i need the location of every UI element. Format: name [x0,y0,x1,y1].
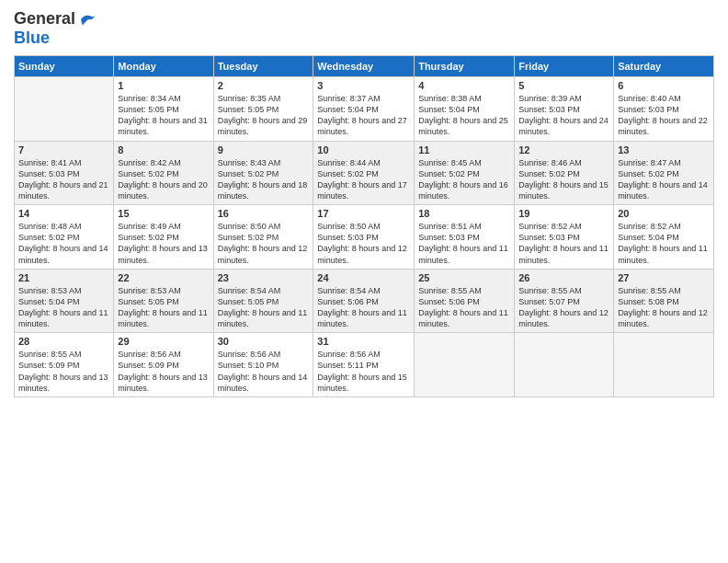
day-number: 29 [118,336,209,347]
day-number: 9 [218,144,310,155]
day-info: Sunrise: 8:43 AMSunset: 5:02 PMDaylight:… [218,157,310,202]
calendar-day-cell: 31Sunrise: 8:56 AMSunset: 5:11 PMDayligh… [313,333,415,397]
logo: General Blue [14,9,97,48]
day-info: Sunrise: 8:45 AMSunset: 5:02 PMDaylight:… [418,157,510,202]
calendar-day-cell: 5Sunrise: 8:39 AMSunset: 5:03 PMDaylight… [515,77,614,142]
calendar-container: General Blue SundayMondayTuesdayWednesda… [0,0,728,563]
day-info: Sunrise: 8:40 AMSunset: 5:03 PMDaylight:… [618,93,710,138]
calendar-day-cell: 10Sunrise: 8:44 AMSunset: 5:02 PMDayligh… [313,141,415,205]
calendar-day-cell: 1Sunrise: 8:34 AMSunset: 5:05 PMDaylight… [114,77,213,142]
day-info: Sunrise: 8:39 AMSunset: 5:03 PMDaylight:… [518,93,609,138]
day-info: Sunrise: 8:47 AMSunset: 5:02 PMDaylight:… [618,157,710,202]
day-info: Sunrise: 8:46 AMSunset: 5:02 PMDaylight:… [518,157,609,202]
weekday-header-tuesday: Tuesday [213,56,313,77]
day-info: Sunrise: 8:53 AMSunset: 5:04 PMDaylight:… [18,285,109,330]
day-number: 27 [618,272,710,283]
day-number: 5 [518,80,609,91]
header: General Blue [14,9,714,48]
calendar-day-cell: 29Sunrise: 8:56 AMSunset: 5:09 PMDayligh… [114,333,213,397]
day-number: 25 [418,272,510,283]
day-info: Sunrise: 8:56 AMSunset: 5:10 PMDaylight:… [218,349,310,394]
day-number: 30 [218,336,310,347]
calendar-day-cell: 21Sunrise: 8:53 AMSunset: 5:04 PMDayligh… [15,269,114,333]
calendar-day-cell [15,77,114,142]
day-info: Sunrise: 8:35 AMSunset: 5:05 PMDaylight:… [218,93,310,138]
day-info: Sunrise: 8:56 AMSunset: 5:09 PMDaylight:… [118,349,209,394]
day-number: 11 [418,144,510,155]
day-number: 6 [618,80,710,91]
calendar-day-cell: 12Sunrise: 8:46 AMSunset: 5:02 PMDayligh… [515,141,614,205]
day-number: 22 [118,272,209,283]
day-number: 13 [618,144,710,155]
day-number: 14 [18,208,109,219]
day-info: Sunrise: 8:55 AMSunset: 5:06 PMDaylight:… [418,285,510,330]
day-info: Sunrise: 8:52 AMSunset: 5:03 PMDaylight:… [518,221,609,266]
calendar-header-row: SundayMondayTuesdayWednesdayThursdayFrid… [15,56,714,77]
day-number: 15 [118,208,209,219]
calendar-day-cell: 19Sunrise: 8:52 AMSunset: 5:03 PMDayligh… [515,205,614,270]
calendar-day-cell: 6Sunrise: 8:40 AMSunset: 5:03 PMDaylight… [614,77,714,142]
calendar-day-cell: 4Sunrise: 8:38 AMSunset: 5:04 PMDaylight… [415,77,515,142]
day-number: 21 [18,272,109,283]
day-info: Sunrise: 8:54 AMSunset: 5:06 PMDaylight:… [317,285,410,330]
calendar-day-cell: 8Sunrise: 8:42 AMSunset: 5:02 PMDaylight… [114,141,213,205]
calendar-week-row: 1Sunrise: 8:34 AMSunset: 5:05 PMDaylight… [15,77,714,142]
day-info: Sunrise: 8:49 AMSunset: 5:02 PMDaylight:… [118,221,209,266]
calendar-day-cell: 15Sunrise: 8:49 AMSunset: 5:02 PMDayligh… [114,205,213,270]
calendar-day-cell: 26Sunrise: 8:55 AMSunset: 5:07 PMDayligh… [515,269,614,333]
day-number: 23 [218,272,310,283]
day-info: Sunrise: 8:55 AMSunset: 5:09 PMDaylight:… [18,349,109,394]
weekday-header-monday: Monday [114,56,213,77]
calendar-day-cell [515,333,614,397]
calendar-day-cell: 28Sunrise: 8:55 AMSunset: 5:09 PMDayligh… [15,333,114,397]
calendar-week-row: 7Sunrise: 8:41 AMSunset: 5:03 PMDaylight… [15,141,714,205]
calendar-day-cell [415,333,515,397]
calendar-day-cell: 30Sunrise: 8:56 AMSunset: 5:10 PMDayligh… [213,333,313,397]
calendar-week-row: 14Sunrise: 8:48 AMSunset: 5:02 PMDayligh… [15,205,714,270]
weekday-header-friday: Friday [515,56,614,77]
day-info: Sunrise: 8:41 AMSunset: 5:03 PMDaylight:… [18,157,109,202]
day-number: 1 [118,80,209,91]
logo-general: General [14,9,75,29]
day-number: 8 [118,144,209,155]
day-number: 31 [317,336,410,347]
day-number: 4 [418,80,510,91]
day-info: Sunrise: 8:54 AMSunset: 5:05 PMDaylight:… [218,285,310,330]
calendar-day-cell: 7Sunrise: 8:41 AMSunset: 5:03 PMDaylight… [15,141,114,205]
calendar-week-row: 21Sunrise: 8:53 AMSunset: 5:04 PMDayligh… [15,269,714,333]
day-number: 17 [317,208,410,219]
calendar-day-cell: 3Sunrise: 8:37 AMSunset: 5:04 PMDaylight… [313,77,415,142]
day-number: 16 [218,208,310,219]
day-info: Sunrise: 8:56 AMSunset: 5:11 PMDaylight:… [317,349,410,394]
calendar-day-cell: 16Sunrise: 8:50 AMSunset: 5:02 PMDayligh… [213,205,313,270]
day-info: Sunrise: 8:55 AMSunset: 5:08 PMDaylight:… [618,285,710,330]
calendar-day-cell: 17Sunrise: 8:50 AMSunset: 5:03 PMDayligh… [313,205,415,270]
weekday-header-sunday: Sunday [15,56,114,77]
day-number: 2 [218,80,310,91]
calendar-day-cell: 25Sunrise: 8:55 AMSunset: 5:06 PMDayligh… [415,269,515,333]
day-number: 28 [18,336,109,347]
day-info: Sunrise: 8:50 AMSunset: 5:03 PMDaylight:… [317,221,410,266]
calendar-day-cell: 9Sunrise: 8:43 AMSunset: 5:02 PMDaylight… [213,141,313,205]
day-number: 24 [317,272,410,283]
day-info: Sunrise: 8:52 AMSunset: 5:04 PMDaylight:… [618,221,710,266]
logo-blue: Blue [14,29,50,47]
day-number: 20 [618,208,710,219]
day-number: 18 [418,208,510,219]
logo-bird-icon [79,12,97,27]
day-number: 7 [18,144,109,155]
calendar-day-cell: 18Sunrise: 8:51 AMSunset: 5:03 PMDayligh… [415,205,515,270]
day-info: Sunrise: 8:34 AMSunset: 5:05 PMDaylight:… [118,93,209,138]
calendar-day-cell: 14Sunrise: 8:48 AMSunset: 5:02 PMDayligh… [15,205,114,270]
calendar-body: 1Sunrise: 8:34 AMSunset: 5:05 PMDaylight… [15,77,714,397]
day-info: Sunrise: 8:55 AMSunset: 5:07 PMDaylight:… [518,285,609,330]
calendar-day-cell: 23Sunrise: 8:54 AMSunset: 5:05 PMDayligh… [213,269,313,333]
calendar-day-cell: 24Sunrise: 8:54 AMSunset: 5:06 PMDayligh… [313,269,415,333]
day-info: Sunrise: 8:48 AMSunset: 5:02 PMDaylight:… [18,221,109,266]
calendar-day-cell: 22Sunrise: 8:53 AMSunset: 5:05 PMDayligh… [114,269,213,333]
day-number: 26 [518,272,609,283]
day-info: Sunrise: 8:44 AMSunset: 5:02 PMDaylight:… [317,157,410,202]
day-info: Sunrise: 8:51 AMSunset: 5:03 PMDaylight:… [418,221,510,266]
day-info: Sunrise: 8:37 AMSunset: 5:04 PMDaylight:… [317,93,410,138]
calendar-day-cell: 11Sunrise: 8:45 AMSunset: 5:02 PMDayligh… [415,141,515,205]
